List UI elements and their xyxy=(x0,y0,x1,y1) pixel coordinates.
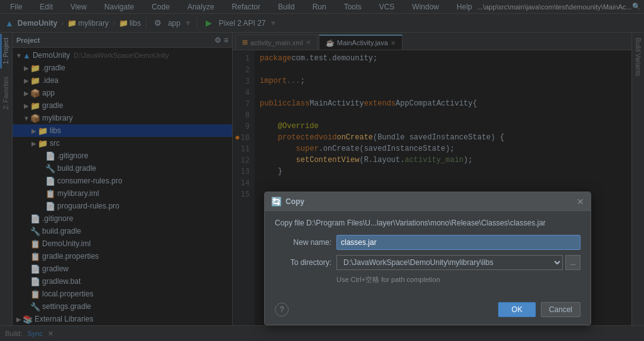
new-name-row: New name: xyxy=(275,235,580,250)
cancel-button[interactable]: Cancel xyxy=(541,302,580,317)
dialog-description: Copy file D:\Program Files\U...layer\Var… xyxy=(275,219,580,227)
dialog-titlebar: 🔄 Copy ✕ xyxy=(265,192,591,211)
new-name-label: New name: xyxy=(275,238,331,247)
ok-button[interactable]: OK xyxy=(498,302,535,317)
dialog-hint: Use Ctrl+空格 for path completion xyxy=(336,275,580,284)
to-dir-label: To directory: xyxy=(275,258,331,267)
copy-dialog: 🔄 Copy ✕ Copy file D:\Program Files\U...… xyxy=(264,192,591,325)
dialog-footer: ? OK Cancel xyxy=(265,297,591,325)
dialog-close-button[interactable]: ✕ xyxy=(577,197,584,207)
new-name-input[interactable] xyxy=(336,235,580,250)
to-dir-select-row: D:\JavaWorkSpace\DemoUnity\mylibrary\lib… xyxy=(336,255,580,270)
to-dir-select[interactable]: D:\JavaWorkSpace\DemoUnity\mylibrary\lib… xyxy=(336,255,563,270)
dialog-body: Copy file D:\Program Files\U...layer\Var… xyxy=(265,211,591,297)
dialog-icon: 🔄 xyxy=(271,197,282,207)
to-dir-row: To directory: D:\JavaWorkSpace\DemoUnity… xyxy=(275,255,580,270)
dialog-overlay: 🔄 Copy ✕ Copy file D:\Program Files\U...… xyxy=(0,0,644,341)
help-button[interactable]: ? xyxy=(275,303,289,317)
dialog-title: Copy xyxy=(286,197,304,206)
browse-button[interactable]: ... xyxy=(565,255,580,270)
